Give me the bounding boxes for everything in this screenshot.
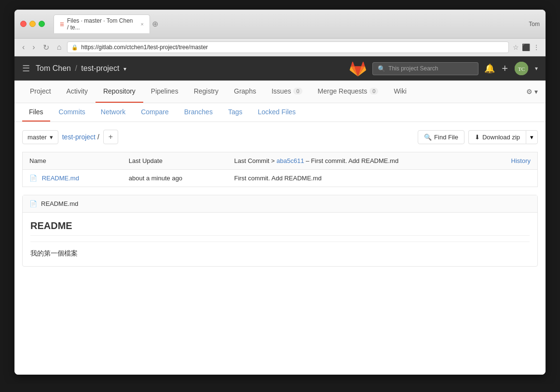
file-table: Name Last Update Last Commit > aba5c611 …: [22, 152, 538, 187]
gitlab-page: ☰ Tom Chen / test-project ▾ 🔍 This proje…: [14, 56, 546, 375]
create-new-button[interactable]: +: [502, 62, 508, 75]
back-button[interactable]: ‹: [20, 42, 27, 53]
browser-user-label: Tom: [529, 21, 540, 27]
nav-tab-pipelines[interactable]: Pipelines: [143, 81, 186, 103]
sub-tab-locked-files[interactable]: Locked Files: [251, 103, 302, 122]
readme-body: README 我的第一個檔案: [23, 213, 537, 266]
breadcrumb-separator: /: [75, 64, 77, 72]
bookmark-icon[interactable]: ☆: [513, 43, 519, 51]
url-bar[interactable]: 🔒 https://gitlab.com/ctchen1/test-projec…: [67, 41, 509, 53]
readme-content: 我的第一個檔案: [30, 248, 530, 258]
history-link[interactable]: History: [511, 157, 531, 164]
nav-tab-repository[interactable]: Repository: [96, 81, 143, 103]
nav-tab-issues[interactable]: Issues 0: [264, 81, 310, 103]
nav-tab-graphs[interactable]: Graphs: [226, 81, 264, 103]
download-group: ⬇ Download zip ▾: [468, 130, 538, 144]
settings-button[interactable]: ⚙ ▾: [526, 88, 538, 95]
branch-selector[interactable]: master ▾: [22, 130, 58, 144]
column-header-last-commit: Last Commit > aba5c611 – First commit. A…: [227, 152, 537, 170]
global-nav: ☰ Tom Chen / test-project ▾ 🔍 This proje…: [14, 56, 546, 81]
find-file-label: Find File: [434, 134, 458, 141]
project-search-input[interactable]: 🔍 This project Search: [372, 62, 478, 75]
close-window-button[interactable]: [20, 21, 27, 27]
address-bar: ‹ › ↻ ⌂ 🔒 https://gitlab.com/ctchen1/tes…: [14, 39, 546, 56]
add-file-button[interactable]: +: [103, 130, 118, 144]
branch-dropdown-icon: ▾: [50, 134, 53, 141]
nav-tab-project[interactable]: Project: [22, 81, 59, 103]
download-label: Download zip: [482, 134, 520, 141]
settings-gear-icon: ⚙: [526, 88, 533, 95]
new-tab-button[interactable]: ⊕: [152, 20, 158, 28]
download-icon: ⬇: [475, 134, 480, 141]
project-nav-tabs: Project Activity Repository Pipelines Re…: [22, 81, 414, 103]
file-name-link[interactable]: README.md: [42, 175, 79, 182]
tab-bar: ☰ Files · master · Tom Chen / te... × ⊕: [54, 14, 540, 33]
file-commit-cell: First commit. Add README.md: [227, 170, 537, 187]
menu-icon[interactable]: ⋮: [533, 43, 540, 51]
readme-header-icon: 📄: [29, 200, 37, 207]
address-actions: ☆ ⬛ ⋮: [513, 43, 540, 51]
find-file-icon: 🔍: [424, 134, 432, 141]
merge-requests-badge: 0: [369, 88, 378, 95]
breadcrumb-dropdown-icon[interactable]: ▾: [123, 66, 126, 72]
tab-close-button[interactable]: ×: [141, 21, 144, 27]
file-last-update-cell: about a minute ago: [122, 170, 228, 187]
project-nav: Project Activity Repository Pipelines Re…: [14, 81, 546, 103]
download-zip-button[interactable]: ⬇ Download zip: [468, 130, 526, 144]
fullscreen-window-button[interactable]: [39, 21, 45, 27]
file-icon: 📄: [29, 175, 37, 182]
commit-hash-link[interactable]: aba5c611: [276, 157, 304, 164]
repository-content: master ▾ test-project / + 🔍 Find File ⬇: [14, 122, 546, 274]
table-row: 📄 README.md about a minute ago First com…: [23, 170, 538, 187]
home-button[interactable]: ⌂: [55, 42, 64, 53]
traffic-lights: [20, 21, 45, 27]
branch-actions: 🔍 Find File ⬇ Download zip ▾: [418, 130, 538, 144]
file-name-cell: 📄 README.md: [23, 170, 122, 187]
sub-tab-network[interactable]: Network: [94, 103, 132, 122]
title-bar: ☰ Files · master · Tom Chen / te... × ⊕ …: [14, 10, 546, 39]
repo-path: test-project /: [62, 133, 99, 141]
forward-button[interactable]: ›: [30, 42, 37, 53]
gitlab-logo: [349, 60, 367, 77]
tab-favicon-icon: ☰: [60, 22, 64, 27]
download-dropdown-button[interactable]: ▾: [526, 130, 538, 144]
avatar-image: [515, 62, 528, 75]
download-dropdown-icon: ▾: [530, 134, 533, 141]
url-text: https://gitlab.com/ctchen1/test-project/…: [81, 44, 208, 51]
settings-dropdown-icon: ▾: [534, 88, 538, 95]
sub-tab-compare[interactable]: Compare: [134, 103, 176, 122]
breadcrumb-user-link[interactable]: Tom Chen: [36, 64, 71, 72]
repository-sub-nav: Files Commits Network Compare Branches T…: [14, 103, 546, 122]
refresh-button[interactable]: ↻: [41, 42, 51, 53]
breadcrumb-project-name: test-project: [81, 64, 119, 72]
sub-tab-files[interactable]: Files: [22, 103, 50, 122]
commit-separator: >: [271, 157, 276, 164]
hamburger-menu-icon[interactable]: ☰: [22, 63, 30, 74]
avatar-dropdown-icon[interactable]: ▾: [535, 65, 538, 72]
readme-title: README: [30, 220, 530, 236]
nav-tab-wiki[interactable]: Wiki: [386, 81, 414, 103]
readme-header-filename: README.md: [41, 200, 78, 207]
project-breadcrumb: Tom Chen / test-project ▾: [36, 64, 343, 73]
sub-tab-tags[interactable]: Tags: [221, 103, 249, 122]
user-avatar[interactable]: [515, 62, 528, 75]
commit-message-header: – First commit. Add README.md: [306, 157, 398, 164]
column-header-name: Name: [23, 152, 122, 170]
sub-tab-branches[interactable]: Branches: [178, 103, 219, 122]
tab-label: Files · master · Tom Chen / te...: [67, 17, 136, 31]
ssl-lock-icon: 🔒: [71, 44, 78, 51]
notifications-bell-icon[interactable]: 🔔: [484, 63, 495, 74]
nav-tab-registry[interactable]: Registry: [186, 81, 226, 103]
repo-path-separator: /: [97, 133, 99, 141]
readme-header: 📄 README.md: [23, 195, 537, 213]
cast-icon[interactable]: ⬛: [522, 43, 530, 51]
find-file-button[interactable]: 🔍 Find File: [418, 130, 464, 144]
search-placeholder: This project Search: [388, 65, 438, 72]
browser-window: ☰ Files · master · Tom Chen / te... × ⊕ …: [14, 10, 546, 375]
nav-tab-merge-requests[interactable]: Merge Requests 0: [310, 81, 386, 103]
minimize-window-button[interactable]: [29, 21, 36, 27]
browser-tab[interactable]: ☰ Files · master · Tom Chen / te... ×: [54, 14, 150, 33]
repo-path-project-link[interactable]: test-project: [62, 133, 96, 141]
sub-tab-commits[interactable]: Commits: [52, 103, 92, 122]
nav-tab-activity[interactable]: Activity: [59, 81, 96, 103]
